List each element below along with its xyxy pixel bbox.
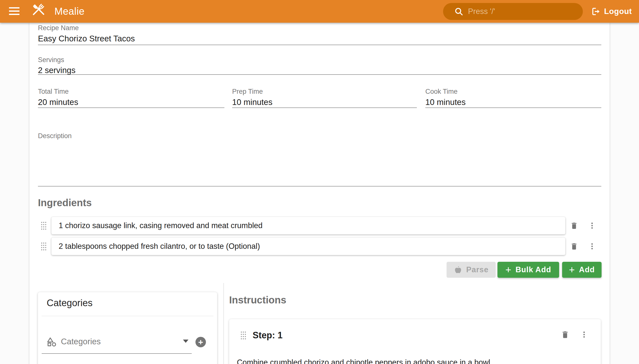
delete-ingredient-button[interactable]: [569, 220, 579, 231]
ingredient-menu-button[interactable]: [587, 241, 597, 252]
instructions-heading: Instructions: [229, 294, 286, 306]
parse-label: Parse: [466, 265, 489, 274]
search-input[interactable]: Press '/': [443, 3, 583, 20]
shapes-icon: [47, 336, 57, 346]
trash-icon: [561, 330, 569, 339]
ingredient-row: 1 chorizo sausage link, casing removed a…: [30, 217, 609, 234]
select-underline: [42, 353, 192, 354]
ingredients-heading: Ingredients: [38, 197, 92, 208]
kebab-menu-icon: [588, 242, 596, 250]
drag-handle-icon[interactable]: [41, 242, 47, 250]
plus-icon: +: [198, 338, 203, 346]
cook-time-field[interactable]: Cook Time 10 minutes: [425, 88, 601, 108]
ingredient-menu-button[interactable]: [587, 220, 597, 231]
total-time-value[interactable]: 20 minutes: [38, 98, 225, 107]
recipe-name-field[interactable]: Recipe Name Easy Chorizo Street Tacos: [38, 24, 601, 45]
description-field[interactable]: Description: [38, 132, 601, 186]
mealie-logo-icon: [30, 3, 47, 20]
apple-icon: [454, 266, 462, 274]
prep-time-label: Prep Time: [232, 88, 263, 95]
cook-time-label: Cook Time: [425, 88, 458, 95]
ingredient-row: 2 tablespoons chopped fresh cilantro, or…: [30, 238, 609, 255]
prep-time-field[interactable]: Prep Time 10 minutes: [232, 88, 417, 108]
instruction-step-card: Step: 1 Combine crumbled chorizo and chi…: [229, 319, 601, 364]
total-time-field[interactable]: Total Time 20 minutes: [38, 88, 225, 108]
categories-heading: Categories: [47, 298, 93, 308]
search-placeholder: Press '/': [468, 7, 495, 16]
trash-icon: [570, 242, 578, 250]
times-row: Total Time 20 minutes Prep Time 10 minut…: [38, 88, 601, 108]
delete-step-button[interactable]: [560, 329, 570, 340]
categories-card: Categories Categories +: [38, 292, 217, 364]
recipe-name-label: Recipe Name: [38, 24, 601, 32]
bulk-add-label: Bulk Add: [515, 265, 551, 274]
add-category-button[interactable]: +: [195, 337, 206, 347]
page: Mealie Press '/' Logout Recipe Name Easy…: [0, 0, 639, 364]
servings-label: Servings: [38, 56, 601, 64]
servings-value[interactable]: 2 servings: [38, 66, 601, 75]
add-ingredient-button[interactable]: + Add: [562, 262, 601, 278]
plus-icon: +: [505, 265, 511, 275]
ingredient-input[interactable]: 1 chorizo sausage link, casing removed a…: [51, 217, 565, 234]
recipe-name-value[interactable]: Easy Chorizo Street Tacos: [38, 34, 601, 44]
menu-icon[interactable]: [9, 7, 20, 16]
ingredient-text: 2 tablespoons chopped fresh cilantro, or…: [59, 242, 260, 251]
drag-handle-icon[interactable]: [41, 222, 47, 230]
cook-time-value[interactable]: 10 minutes: [425, 98, 601, 107]
recipe-editor-card: Recipe Name Easy Chorizo Street Tacos Se…: [30, 23, 609, 364]
drag-handle-icon[interactable]: [240, 331, 246, 340]
logout-icon: [591, 7, 600, 16]
logout-button[interactable]: Logout: [591, 0, 632, 23]
description-label: Description: [38, 132, 72, 140]
categories-select-label: Categories: [61, 337, 101, 346]
kebab-menu-icon: [588, 222, 596, 230]
ingredient-text: 1 chorizo sausage link, casing removed a…: [59, 221, 263, 230]
column-divider: [224, 283, 224, 364]
logout-label: Logout: [604, 7, 632, 16]
servings-field[interactable]: Servings 2 servings: [38, 56, 601, 75]
kebab-menu-icon: [580, 330, 588, 338]
bulk-add-button[interactable]: + Bulk Add: [498, 262, 559, 278]
prep-time-value[interactable]: 10 minutes: [232, 98, 417, 107]
ingredient-input[interactable]: 2 tablespoons chopped fresh cilantro, or…: [51, 238, 565, 255]
chevron-down-icon[interactable]: [183, 340, 188, 343]
trash-icon: [570, 222, 578, 230]
categories-select[interactable]: Categories: [47, 336, 192, 348]
step-menu-button[interactable]: [579, 329, 589, 340]
plus-icon: +: [569, 265, 575, 275]
parse-button[interactable]: Parse: [447, 262, 496, 278]
app-title: Mealie: [54, 0, 85, 23]
add-label: Add: [579, 265, 595, 274]
search-icon: [454, 7, 464, 16]
total-time-label: Total Time: [38, 88, 69, 95]
step-title: Step: 1: [253, 330, 283, 340]
step-text-input[interactable]: Combine crumbled chorizo and chipotle pe…: [237, 358, 591, 364]
divider: [42, 316, 214, 316]
delete-ingredient-button[interactable]: [569, 241, 579, 252]
app-header: Mealie Press '/' Logout: [0, 0, 639, 23]
